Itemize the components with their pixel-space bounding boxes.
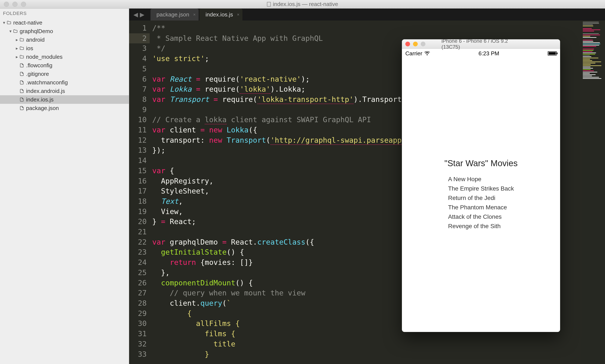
folder-row[interactable]: ▸android: [0, 36, 129, 44]
clock-label: 6:23 PM: [478, 50, 499, 57]
minimap-line: [583, 64, 591, 65]
folder-row[interactable]: ▾react-native: [0, 18, 129, 27]
line-number: 2: [129, 33, 150, 44]
tree-item-label: node_modules: [25, 54, 63, 60]
minimap-line: [583, 54, 595, 54]
simulator-traffic-lights: [402, 42, 425, 46]
minimap-line: [583, 55, 590, 56]
minimap-line: [583, 60, 592, 61]
minimap-line: [583, 49, 594, 49]
folder-row[interactable]: ▸ios: [0, 44, 129, 52]
carrier-label: Carrier: [405, 50, 422, 57]
file-row[interactable]: index.ios.js: [0, 95, 129, 104]
line-number: 32: [129, 339, 147, 349]
line-number: 22: [129, 237, 147, 247]
editor-tab[interactable]: package.json×: [150, 9, 199, 21]
disclosure-triangle-icon[interactable]: ▸: [15, 46, 19, 51]
close-window-icon[interactable]: [4, 2, 9, 7]
line-number: 16: [129, 176, 147, 186]
sidebar: FOLDERS ▾react-native▾graphqlDemo▸androi…: [0, 9, 129, 364]
movie-list-item: The Phantom Menace: [448, 203, 514, 212]
disclosure-triangle-icon[interactable]: ▸: [15, 37, 19, 42]
zoom-window-icon[interactable]: [21, 2, 26, 7]
folder-icon: [19, 37, 25, 42]
simulator-title: iPhone 6 - iPhone 6 / iOS 9.2 (13C75): [442, 39, 521, 50]
minimize-icon[interactable]: [413, 42, 418, 46]
line-number: 31: [129, 329, 147, 339]
minimap[interactable]: [581, 21, 605, 364]
minimap-line: [583, 35, 600, 35]
line-number: 1: [129, 23, 147, 33]
sidebar-header: FOLDERS: [0, 9, 129, 18]
minimap-line: [583, 52, 596, 53]
tab-history-nav: ◀ ▶: [134, 11, 145, 18]
minimap-line: [583, 69, 591, 70]
tree-item-label: .flowconfig: [25, 62, 52, 69]
file-row[interactable]: .watchmanconfig: [0, 78, 129, 87]
minimize-window-icon[interactable]: [13, 2, 17, 7]
nav-back-icon[interactable]: ◀: [134, 11, 138, 18]
file-icon: [19, 106, 25, 110]
movie-list-item: A New Hope: [448, 175, 514, 184]
document-icon: [267, 2, 271, 7]
tab-bar: ◀ ▶ package.json×index.ios.js×: [129, 9, 605, 21]
app-heading: "Star Wars" Movies: [444, 158, 518, 168]
tree-item-label: .gitignore: [25, 71, 49, 77]
battery-icon: [548, 51, 557, 55]
minimap-line: [583, 24, 593, 25]
wifi-icon: [424, 51, 430, 55]
minimap-line: [583, 42, 600, 43]
line-number: 11: [129, 125, 147, 135]
file-icon: [19, 89, 25, 93]
line-number: 20: [129, 217, 147, 227]
file-icon: [19, 72, 25, 76]
line-number: 17: [129, 186, 147, 196]
nav-forward-icon[interactable]: ▶: [140, 11, 145, 18]
tab-label: index.ios.js: [205, 11, 233, 18]
disclosure-triangle-icon[interactable]: ▾: [9, 29, 13, 34]
minimap-line: [583, 33, 599, 34]
zoom-icon[interactable]: [421, 42, 425, 46]
line-number-gutter: 1234567891011121314151617181920212223242…: [129, 21, 150, 364]
minimap-line: [583, 67, 591, 67]
line-number: 14: [129, 156, 147, 166]
tree-item-label: .watchmanconfig: [25, 79, 68, 86]
file-row[interactable]: .gitignore: [0, 70, 129, 78]
tree-item-label: index.ios.js: [25, 96, 54, 103]
simulator-screen: "Star Wars" Movies A New HopeThe Empire …: [402, 58, 560, 332]
minimap-line: [583, 40, 593, 40]
line-number: 9: [129, 105, 147, 115]
file-row[interactable]: package.json: [0, 104, 129, 112]
minimap-line: [583, 29, 600, 30]
close-icon[interactable]: [405, 42, 410, 46]
movie-list-item: Return of the Jedi: [448, 193, 514, 203]
minimap-line: [583, 59, 590, 60]
file-icon: [19, 63, 25, 68]
minimap-line: [583, 73, 590, 74]
line-number: 28: [129, 298, 147, 309]
file-row[interactable]: .flowconfig: [0, 61, 129, 70]
minimap-line: [583, 28, 592, 29]
minimap-line: [583, 26, 593, 26]
editor-tab[interactable]: index.ios.js×: [200, 9, 242, 21]
line-number: 7: [129, 84, 147, 94]
line-number: 12: [129, 135, 147, 145]
file-row[interactable]: index.android.js: [0, 87, 129, 95]
code-line: title: [152, 339, 605, 349]
line-number: 4: [129, 54, 147, 64]
code-line: /**: [152, 23, 605, 33]
folder-icon: [6, 20, 12, 25]
movie-list: A New HopeThe Empire Strikes BackReturn …: [448, 175, 514, 231]
folder-icon: [19, 46, 25, 51]
minimap-line: [583, 37, 596, 38]
folder-row[interactable]: ▾graphqlDemo: [0, 27, 129, 36]
movie-list-item: Attack of the Clones: [448, 212, 514, 221]
close-tab-icon[interactable]: ×: [237, 12, 240, 17]
folder-row[interactable]: ▸node_modules: [0, 52, 129, 61]
close-tab-icon[interactable]: ×: [193, 12, 196, 17]
line-number: 26: [129, 278, 147, 288]
line-number: 33: [129, 349, 147, 360]
disclosure-triangle-icon[interactable]: ▸: [15, 54, 19, 59]
minimap-line: [583, 32, 604, 33]
disclosure-triangle-icon[interactable]: ▾: [2, 20, 6, 25]
